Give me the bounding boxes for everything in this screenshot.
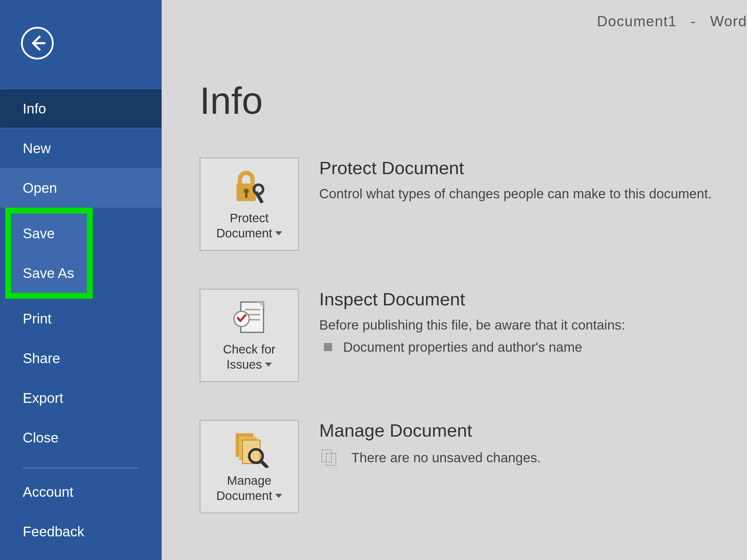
sidebar-item-open[interactable]: Open (0, 168, 162, 208)
svg-rect-3 (245, 192, 248, 197)
sidebar-item-label: Info (23, 101, 46, 117)
manage-document-button[interactable]: Manage Document (200, 420, 299, 513)
sidebar-item-close[interactable]: Close (0, 418, 162, 457)
check-for-issues-button[interactable]: Check for Issues (200, 289, 299, 382)
sidebar-item-label: Account (23, 484, 73, 500)
section-title: Inspect Document (319, 289, 747, 310)
tile-label: Check for Issues (223, 342, 276, 372)
sidebar-separator (23, 468, 139, 469)
section-text: Protect Document Control what types of c… (319, 158, 747, 203)
section-desc: Control what types of changes people can… (319, 185, 747, 203)
issue-item: Document properties and author's name (319, 338, 747, 356)
sidebar-item-label: Save As (23, 265, 74, 281)
sidebar-item-account[interactable]: Account (0, 472, 162, 512)
sidebar-item-label: Feedback (23, 524, 84, 540)
title-app: Word (710, 13, 747, 29)
tile-label-line2: Document (216, 488, 272, 504)
page-title: Info (200, 79, 747, 123)
unsaved-doc-icon (319, 447, 340, 468)
sidebar-item-label: Print (23, 311, 52, 327)
chevron-down-icon (265, 363, 272, 367)
sidebar-item-label: New (23, 140, 51, 156)
issue-text: Document properties and author's name (343, 338, 582, 356)
sidebar-item-label: Open (23, 180, 57, 196)
bullet-icon (324, 343, 332, 351)
tile-label-line1: Protect (230, 211, 268, 226)
backstage-sidebar: Info New Open Save Save As Print Share E… (0, 0, 162, 560)
sidebar-item-save[interactable]: Save (11, 213, 87, 253)
chevron-down-icon (275, 231, 282, 235)
manage-status-row: There are no unsaved changes. (319, 447, 747, 468)
info-sections: Protect Document Protect Document Contro… (200, 158, 747, 513)
back-arrow-icon (29, 35, 46, 52)
sidebar-item-label: Share (23, 350, 60, 366)
backstage-view: Info New Open Save Save As Print Share E… (0, 0, 747, 560)
section-text: Inspect Document Before publishing this … (319, 289, 747, 356)
tutorial-highlight-box: Save Save As (5, 208, 93, 299)
info-panel: Document1 - Word Info (162, 0, 747, 560)
section-title: Protect Document (319, 158, 747, 178)
tile-label-line1: Manage (227, 473, 272, 488)
section-desc: Before publishing this file, be aware th… (319, 316, 747, 334)
tile-label-line1: Check for (223, 342, 276, 357)
svg-line-16 (261, 461, 267, 466)
sidebar-item-label: Close (23, 430, 59, 446)
tile-label-line2: Document (216, 226, 272, 241)
sidebar-item-new[interactable]: New (0, 128, 162, 168)
sidebar-item-label: Export (23, 390, 63, 406)
back-button[interactable] (21, 27, 54, 59)
checklist-page-icon (227, 299, 271, 337)
sidebar-item-share[interactable]: Share (0, 338, 162, 378)
manage-status-text: There are no unsaved changes. (351, 449, 541, 466)
sidebar-item-save-as[interactable]: Save As (11, 253, 87, 293)
section-inspect: Check for Issues Inspect Document Before… (200, 289, 747, 382)
title-separator: - (691, 13, 696, 29)
section-manage: Manage Document Manage Document (200, 420, 747, 513)
sidebar-item-info[interactable]: Info (0, 89, 162, 128)
protect-document-button[interactable]: Protect Document (200, 158, 299, 251)
tile-label: Protect Document (216, 211, 282, 241)
sidebar-item-feedback[interactable]: Feedback (0, 512, 162, 551)
sidebar-item-print[interactable]: Print (0, 299, 162, 338)
chevron-down-icon (275, 494, 282, 498)
doc-stack-magnifier-icon (227, 430, 271, 468)
section-title: Manage Document (319, 420, 747, 441)
tile-label-line2: Issues (227, 357, 262, 372)
tile-label: Manage Document (216, 473, 282, 504)
sidebar-item-label: Save (23, 225, 55, 241)
lock-key-icon (227, 167, 271, 205)
title-document: Document1 (597, 13, 677, 29)
section-protect: Protect Document Protect Document Contro… (200, 158, 747, 251)
sidebar-item-export[interactable]: Export (0, 378, 162, 418)
section-text: Manage Document There are no unsaved cha… (319, 420, 747, 468)
window-title: Document1 - Word (597, 13, 747, 30)
